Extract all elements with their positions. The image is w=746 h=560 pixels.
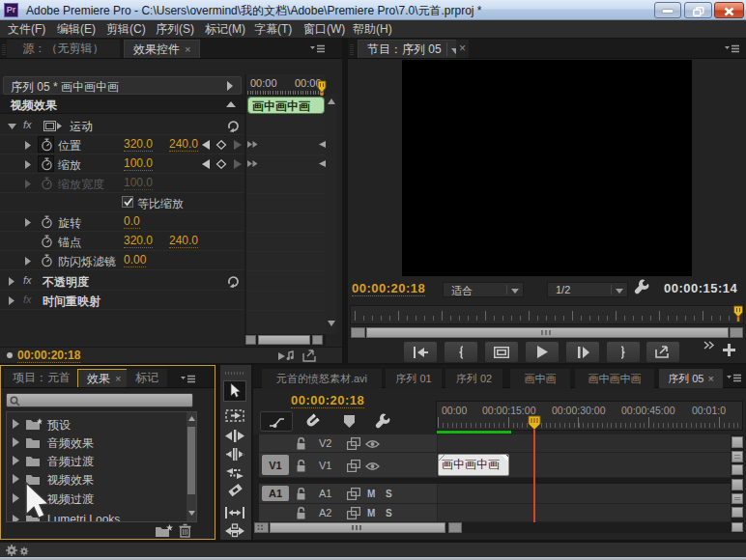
track-name[interactable]: A2: [319, 507, 331, 518]
tool-razor[interactable]: [223, 482, 246, 502]
stopwatch-icon[interactable]: [41, 254, 53, 267]
snap-magnet-icon[interactable]: [302, 413, 320, 431]
tab-program-monitor[interactable]: 节目：序列 05: [358, 40, 466, 58]
properties-timeline-divider[interactable]: [244, 74, 246, 348]
menu-window[interactable]: 窗口(W): [298, 22, 351, 37]
scroll-down-icon[interactable]: [328, 321, 335, 326]
go-to-in-button[interactable]: [403, 341, 438, 363]
hscroll-left-grip[interactable]: [351, 327, 365, 338]
timeline-ruler[interactable]: 00:00 00:00:15:00 00:00:30:00 00:00:45:0…: [436, 401, 743, 431]
tool-slide[interactable]: [223, 520, 246, 541]
lock-icon[interactable]: [296, 488, 306, 500]
position-y-value[interactable]: 240.0: [169, 138, 198, 152]
collapse-section-icon[interactable]: [226, 101, 236, 108]
play-button[interactable]: [525, 341, 560, 363]
disclosure-icon[interactable]: [13, 474, 19, 484]
hscroll-thumb[interactable]: [258, 335, 310, 345]
tab-source-monitor[interactable]: 源：（无剪辑）: [7, 40, 120, 58]
mark-out-button[interactable]: [606, 341, 641, 363]
scroll-up-icon[interactable]: [188, 416, 195, 421]
tree-item-audio-transitions[interactable]: 音频过渡: [7, 452, 186, 470]
mark-in-button[interactable]: [444, 341, 478, 363]
tab-close-icon[interactable]: ×: [707, 373, 713, 384]
minimize-button[interactable]: [654, 2, 681, 18]
disclosure-icon[interactable]: [9, 296, 14, 305]
sync-lock-icon[interactable]: [347, 437, 360, 450]
menu-marker[interactable]: 标记(M): [199, 22, 251, 37]
track-v2-lane[interactable]: [437, 434, 731, 452]
timeline-cti-playhead[interactable]: [527, 415, 542, 434]
hscroll-right-grip[interactable]: [730, 327, 743, 338]
tab-markers[interactable]: 标记: [127, 369, 167, 387]
mute-button[interactable]: M: [367, 508, 375, 518]
vscroll-corner[interactable]: [732, 522, 743, 532]
menu-clip[interactable]: 剪辑(C): [100, 22, 152, 37]
playback-resolution-select[interactable]: 1/2: [547, 282, 628, 297]
effect-clip-bar[interactable]: 画中画中画: [247, 97, 325, 114]
keyframe-nav[interactable]: [202, 159, 242, 169]
tab-effects[interactable]: 效果×: [77, 369, 130, 387]
effect-vscrollbar[interactable]: [326, 95, 336, 334]
stopwatch-icon[interactable]: [41, 215, 53, 229]
settings-wrench-icon[interactable]: [633, 279, 650, 296]
export-frame-button[interactable]: [646, 341, 680, 363]
program-timecode[interactable]: 00:00:20:18: [352, 281, 425, 296]
tab-huazhonghuazhonghua[interactable]: 画中画中画: [575, 369, 654, 388]
menu-help[interactable]: 帮助(H): [347, 22, 398, 37]
disclosure-icon[interactable]: [25, 218, 31, 227]
track-a2-lane[interactable]: [437, 504, 731, 521]
stopwatch-icon[interactable]: [41, 138, 53, 152]
track-v1-source-badge[interactable]: V1: [262, 455, 289, 475]
keyframe-nav[interactable]: [202, 140, 242, 150]
program-hscrollbar[interactable]: [350, 326, 744, 339]
tree-vscrollbar[interactable]: [186, 412, 196, 521]
scale-value[interactable]: 100.0: [124, 157, 153, 171]
add-button-icon[interactable]: [723, 344, 735, 356]
tab-effect-controls[interactable]: 效果控件×: [124, 40, 200, 58]
more-buttons-icon[interactable]: [703, 341, 715, 350]
tab-close-icon[interactable]: ×: [115, 373, 121, 384]
timeline-vscroll-strip[interactable]: [731, 434, 744, 533]
vscroll-video-thumb[interactable]: [732, 451, 743, 462]
anchor-x-value[interactable]: 320.0: [124, 235, 153, 248]
scroll-up-icon[interactable]: [328, 98, 335, 104]
reset-icon[interactable]: [226, 274, 240, 288]
hscroll-left-grip[interactable]: [245, 335, 256, 345]
effect-mini-timeline-area[interactable]: [246, 96, 326, 334]
tab-huazhonghua[interactable]: 画中画: [510, 369, 570, 388]
mute-button[interactable]: M: [367, 489, 375, 499]
tool-ripple-edit[interactable]: [223, 426, 246, 446]
anchor-y-value[interactable]: 240.0: [169, 235, 198, 248]
track-name[interactable]: V2: [319, 437, 331, 449]
panel-menu-icon[interactable]: [181, 375, 196, 384]
uniform-scale-checkbox[interactable]: [122, 196, 133, 208]
vscroll-audio-top[interactable]: [732, 479, 743, 490]
vscroll-thumb[interactable]: [187, 427, 195, 494]
tab-sequence-02[interactable]: 序列 02: [445, 369, 502, 388]
close-button[interactable]: [714, 2, 744, 18]
solo-button[interactable]: S: [386, 489, 392, 499]
lock-icon[interactable]: [296, 460, 306, 472]
program-time-ruler[interactable]: [350, 305, 744, 324]
panel-grip[interactable]: [2, 43, 6, 55]
vscroll-audio-bottom[interactable]: [732, 507, 743, 518]
program-cti-playhead[interactable]: [732, 305, 744, 322]
disclosure-icon[interactable]: [25, 160, 31, 169]
tab-project[interactable]: 项目：元首: [4, 369, 79, 387]
new-custom-bin-icon[interactable]: [156, 524, 173, 537]
add-marker-icon[interactable]: [343, 414, 356, 429]
hscroll-right-grip[interactable]: [448, 522, 462, 533]
tab-close-icon[interactable]: ×: [185, 43, 190, 55]
stopwatch-icon[interactable]: [41, 235, 53, 248]
sync-lock-icon[interactable]: [347, 507, 360, 519]
disclosure-icon[interactable]: [13, 515, 19, 522]
tool-rate-stretch[interactable]: [223, 462, 246, 483]
step-forward-button[interactable]: [565, 341, 600, 363]
sync-lock-icon[interactable]: [347, 488, 360, 500]
zoom-level-select[interactable]: 适合: [443, 282, 524, 297]
panel-grip[interactable]: [350, 43, 354, 55]
track-name[interactable]: V1: [319, 460, 331, 471]
disclosure-icon[interactable]: [13, 419, 19, 429]
lock-icon[interactable]: [296, 507, 306, 519]
disclosure-icon[interactable]: [25, 141, 31, 150]
